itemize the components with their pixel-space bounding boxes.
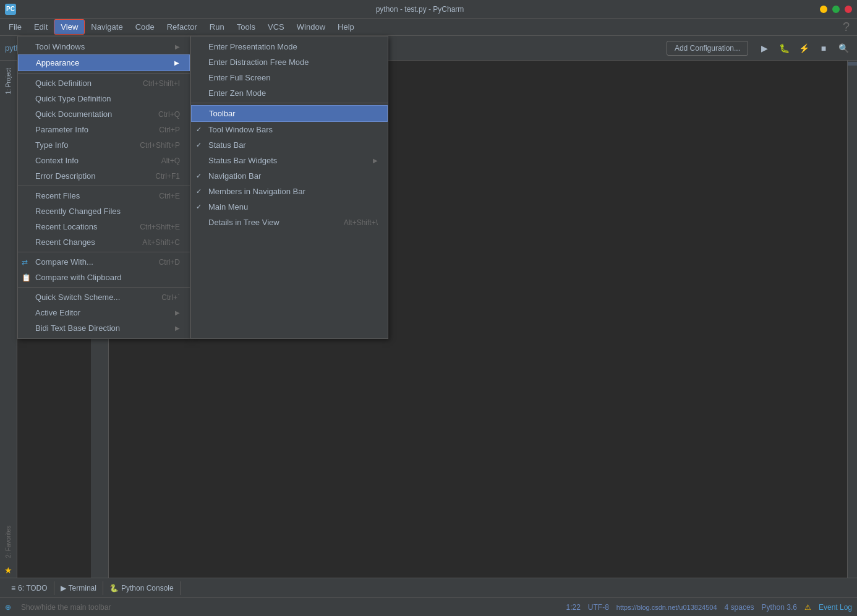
view-menu-recent-changes[interactable]: Recent Changes Alt+Shift+C [18,234,190,250]
menu-refactor[interactable]: Refactor [161,20,203,34]
menu-file[interactable]: File [2,20,28,34]
add-configuration-button[interactable]: Add Configuration... [667,41,748,56]
divider-4 [18,287,190,288]
check-icon-members: ✓ [196,187,202,195]
view-menu-context-info[interactable]: Context Info Alt+Q [18,153,190,168]
view-menu-recent-locations[interactable]: Recent Locations Ctrl+Shift+E [18,219,190,234]
status-bar: ⊕ Show/hide the main toolbar 1:22 UTF-8 … [0,597,857,616]
tab-python-console[interactable]: 🐍 Python Console [103,581,181,595]
title-bar: PC python - test.py - PyCharm [0,0,857,19]
menu-view[interactable]: View [54,19,85,35]
menu-run[interactable]: Run [203,20,231,34]
todo-icon: ≡ [11,584,15,592]
appearance-navigation-bar[interactable]: ✓ Navigation Bar [191,168,388,184]
window-title: python - test.py - PyCharm [20,5,820,14]
menu-bar: File Edit View Navigate Code Refactor Ru… [0,19,857,36]
console-icon: 🐍 [109,584,119,592]
view-menu-param-info[interactable]: Parameter Info Ctrl+P [18,122,190,137]
divider-app-1 [191,103,388,103]
scrollbar-thumb [848,62,857,66]
appearance-submenu: Enter Presentation Mode Enter Distractio… [190,36,388,339]
tab-terminal[interactable]: ▶ Terminal [54,581,103,595]
arrow-right-icon-editor: ▶ [175,309,180,316]
view-menu-tool-windows[interactable]: Tool Windows ▶ [18,39,190,54]
divider-1 [18,73,190,74]
status-hint-icon: ⊕ [5,603,11,612]
right-scrollbar[interactable] [847,61,857,578]
event-log[interactable]: Event Log [819,603,852,612]
compare-icon: ⇄ [22,258,28,267]
encoding-label[interactable]: UTF-8 [588,603,609,612]
divider-2 [18,186,190,186]
view-menu-compare-clipboard[interactable]: 📋 Compare with Clipboard [18,270,190,285]
view-menu-quick-doc[interactable]: Quick Documentation Ctrl+Q [18,106,190,122]
minimize-button[interactable] [820,6,827,13]
star-icon: ★ [4,565,12,575]
appearance-tool-window-bars[interactable]: ✓ Tool Window Bars [191,122,388,137]
appearance-enter-presentation[interactable]: Enter Presentation Mode [191,39,388,54]
search-everywhere-button[interactable]: 🔍 [835,40,852,57]
view-menu-appearance[interactable]: Appearance ▶ [18,54,190,71]
arrow-right-icon-bidi: ▶ [175,325,180,332]
indent-label[interactable]: 4 spaces [725,603,754,612]
coverage-button[interactable]: ⚡ [795,40,812,57]
left-sidebar-tabs: 1: Project [0,61,17,578]
terminal-icon: ▶ [61,584,66,592]
view-menu-quick-switch[interactable]: Quick Switch Scheme... Ctrl+` [18,289,190,305]
view-menu-active-editor[interactable]: Active Editor ▶ [18,305,190,320]
appearance-enter-zen[interactable]: Enter Zen Mode [191,85,388,101]
python-version[interactable]: Python 3.6 [762,603,797,612]
menu-edit[interactable]: Edit [28,20,54,34]
appearance-details-tree[interactable]: Details in Tree View Alt+Shift+\ [191,215,388,230]
maximize-button[interactable] [832,6,840,13]
divider-3 [18,252,190,252]
cursor-position: 1:22 [566,603,581,612]
appearance-toolbar[interactable]: Toolbar [191,105,388,122]
appearance-enter-fullscreen[interactable]: Enter Full Screen [191,70,388,85]
status-right: 1:22 UTF-8 https://blog.csdn.net/u013824… [566,603,853,612]
stop-button[interactable]: ■ [815,40,832,57]
appearance-status-bar-widgets[interactable]: Status Bar Widgets ▶ [191,153,388,168]
check-icon-main-menu: ✓ [196,203,202,211]
help-icon: ? [843,20,850,34]
view-menu-bidi-text[interactable]: Bidi Text Base Direction ▶ [18,320,190,336]
appearance-members-nav-bar[interactable]: ✓ Members in Navigation Bar [191,184,388,199]
arrow-right-icon: ▶ [175,43,180,50]
bottom-tabs-bar: ≡ 6: TODO ▶ Terminal 🐍 Python Console [0,578,857,597]
close-button[interactable] [845,6,852,13]
view-menu-compare-with[interactable]: ⇄ Compare With... Ctrl+D [18,254,190,270]
appearance-enter-distraction[interactable]: Enter Distraction Free Mode [191,54,388,70]
blog-url[interactable]: https://blog.csdn.net/u013824504 [616,604,717,611]
appearance-main-menu[interactable]: ✓ Main Menu [191,199,388,215]
clipboard-icon: 📋 [22,273,31,282]
check-icon-tool-window: ✓ [196,126,202,134]
debug-button[interactable]: 🐛 [775,40,793,57]
check-icon-nav-bar: ✓ [196,172,202,180]
view-menu-quick-definition[interactable]: Quick Definition Ctrl+Shift+I [18,75,190,91]
menu-navigate[interactable]: Navigate [85,20,129,34]
view-menu-error-desc[interactable]: Error Description Ctrl+F1 [18,168,190,184]
window-controls [820,6,852,13]
tab-todo[interactable]: ≡ 6: TODO [5,581,54,595]
view-menu-quick-type-def[interactable]: Quick Type Definition [18,91,190,106]
sidebar-tab-project[interactable]: 1: Project [2,63,14,99]
arrow-right-icon-widgets: ▶ [373,157,378,164]
menu-code[interactable]: Code [129,20,161,34]
appearance-status-bar[interactable]: ✓ Status Bar [191,137,388,153]
check-icon-status-bar: ✓ [196,141,202,149]
view-menu-dropdown: Tool Windows ▶ Appearance ▶ Quick Defini… [17,36,190,339]
view-menu-recent-files[interactable]: Recent Files Ctrl+E [18,188,190,203]
view-menu-recently-changed[interactable]: Recently Changed Files [18,203,190,219]
app-logo: PC [5,4,16,15]
status-hint: ⊕ Show/hide the main toolbar [5,603,111,612]
menu-vcs[interactable]: VCS [262,20,291,34]
view-menu-type-info[interactable]: Type Info Ctrl+Shift+P [18,137,190,153]
run-button[interactable]: ▶ [756,40,773,57]
menu-help[interactable]: Help [331,20,360,34]
dropdown-overlay: Tool Windows ▶ Appearance ▶ Quick Defini… [17,36,388,339]
menu-window[interactable]: Window [291,20,331,34]
favorites-tab-container: 2: Favorites ★ [0,521,17,578]
arrow-right-icon-appearance: ▶ [174,59,179,66]
sidebar-tab-favorites[interactable]: 2: Favorites [2,521,14,563]
menu-tools[interactable]: Tools [231,20,262,34]
